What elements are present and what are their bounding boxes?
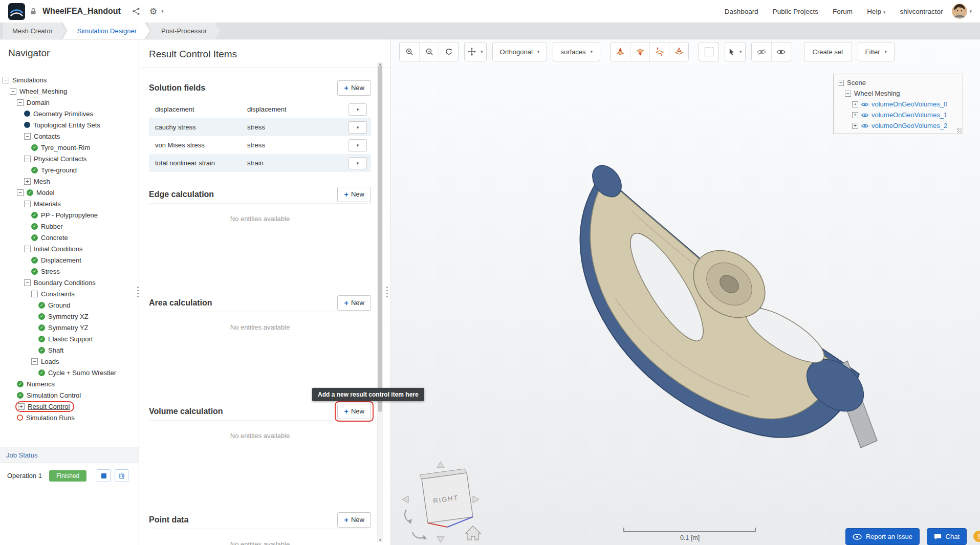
tree-item-cycle-sumo-wrestler[interactable]: ✓Cycle + Sumo Wrestler xyxy=(0,367,139,378)
tree-item-simulations[interactable]: −Simulations xyxy=(0,74,139,85)
panel-resize-grip[interactable] xyxy=(386,287,388,288)
new-volume-calculation-button[interactable]: + New xyxy=(337,404,371,419)
solution-field-row[interactable]: cauchy stressstress▾ xyxy=(149,118,371,136)
solution-field-row[interactable]: displacementdisplacement▾ xyxy=(149,100,371,118)
field-options-dropdown[interactable]: ▾ xyxy=(349,103,367,116)
clip-plane-flip-button[interactable] xyxy=(649,42,669,61)
tree-item-symmetry-yz[interactable]: ✓Symmetry YZ xyxy=(0,322,139,333)
tree-item-shaft[interactable]: ✓Shaft xyxy=(0,344,139,356)
tree-item-tyre-ground[interactable]: ✓Tyre-ground xyxy=(0,164,139,176)
expand-icon[interactable]: + xyxy=(18,403,25,410)
show-all-button[interactable] xyxy=(771,42,791,61)
tree-item-symmetry-xz[interactable]: ✓Symmetry XZ xyxy=(0,311,139,322)
chat-button[interactable]: Chat xyxy=(927,528,967,545)
tree-item-boundary-conditions[interactable]: −Boundary Conditions xyxy=(0,277,139,288)
scene-group-row[interactable]: − Wheel Meshing xyxy=(838,88,959,99)
settings-gear-button[interactable]: ⚙ ▾ xyxy=(149,6,164,17)
expand-icon[interactable]: + xyxy=(852,112,858,118)
new-point-data-button[interactable]: + New xyxy=(337,512,371,528)
select-tool-button[interactable]: ▾ xyxy=(725,42,745,61)
tree-item-materials[interactable]: −Materials xyxy=(0,198,139,209)
tree-item-pp-polypropylene[interactable]: ✓PP - Polypropylene xyxy=(0,209,139,221)
header-link-shivcontractor[interactable]: shivcontractor xyxy=(900,8,943,15)
projection-select[interactable]: Orthogonal ▾ xyxy=(493,42,547,61)
tree-item-wheel-meshing[interactable]: −Wheel_Meshing xyxy=(0,85,139,97)
field-options-dropdown[interactable]: ▾ xyxy=(349,157,367,169)
tree-item-physical-contacts[interactable]: −Physical Contacts xyxy=(0,153,139,164)
scene-root-row[interactable]: − Scene xyxy=(838,77,959,88)
account-chevron-down-icon[interactable]: ▾ xyxy=(969,9,972,14)
zoom-out-button[interactable] xyxy=(419,42,439,61)
tree-item-elastic-support[interactable]: ✓Elastic Support xyxy=(0,333,139,344)
visibility-toggle[interactable] xyxy=(861,102,868,107)
tree-item-topological-entity-sets[interactable]: Topological Entity Sets xyxy=(0,119,139,130)
pan-tool-button[interactable]: ▾ xyxy=(465,42,486,61)
tree-item-displacement[interactable]: ✓Displacement xyxy=(0,254,139,266)
new-area-calculation-button[interactable]: + New xyxy=(337,295,371,311)
create-set-button[interactable]: Create set xyxy=(804,42,852,61)
solution-field-row[interactable]: total nonlinear strainstrain▾ xyxy=(149,154,371,172)
tree-item-numerics[interactable]: ✓Numerics xyxy=(0,378,139,389)
reset-view-button[interactable] xyxy=(439,42,458,61)
scene-volume-row[interactable]: +volumeOnGeoVolumes_0 xyxy=(838,99,959,110)
tree-item-simulation-control[interactable]: ✓Simulation Control xyxy=(0,389,139,401)
avatar[interactable] xyxy=(952,4,967,19)
scene-volume-row[interactable]: +volumeOnGeoVolumes_1 xyxy=(838,110,959,120)
visibility-toggle[interactable] xyxy=(861,123,868,128)
share-icon[interactable] xyxy=(132,7,140,15)
clip-plane-up-button[interactable] xyxy=(630,42,649,61)
hide-selected-button[interactable] xyxy=(752,42,771,61)
new-edge-calculation-button[interactable]: + New xyxy=(337,187,371,202)
field-options-dropdown[interactable]: ▾ xyxy=(349,139,367,151)
stop-operation-button[interactable] xyxy=(97,469,111,482)
tree-item-ground[interactable]: ✓Ground xyxy=(0,299,139,311)
tree-item-geometry-primitives[interactable]: Geometry Primitives xyxy=(0,108,139,119)
viewport-3d[interactable]: ▾ Orthogonal ▾ surfaces ▾ xyxy=(391,39,980,545)
tree-item-loads[interactable]: −Loads xyxy=(0,356,139,367)
tree-item-tyre-mount-rim[interactable]: ✓Tyre_mount-Rim xyxy=(0,142,139,153)
collapse-icon[interactable]: − xyxy=(24,156,31,162)
tree-item-stress[interactable]: ✓Stress xyxy=(0,266,139,277)
header-link-public-projects[interactable]: Public Projects xyxy=(773,8,818,15)
clip-plane-outline-button[interactable] xyxy=(669,42,688,61)
collapse-icon[interactable]: − xyxy=(24,279,31,286)
report-issue-button[interactable]: Report an issue xyxy=(845,528,920,545)
new-solution-field-button[interactable]: + New xyxy=(337,80,371,96)
eye-icon[interactable] xyxy=(861,113,868,118)
scene-tree-panel[interactable]: − Scene − Wheel Meshing +volumeOnGeoVolu… xyxy=(833,74,963,134)
navigation-cube[interactable]: RIGHT xyxy=(401,461,491,545)
header-link-dashboard[interactable]: Dashboard xyxy=(725,8,758,15)
scene-volume-row[interactable]: +volumeOnGeoVolumes_2 xyxy=(838,120,959,131)
collapse-icon[interactable]: − xyxy=(838,80,844,86)
render-mode-select[interactable]: surfaces ▾ xyxy=(553,42,600,61)
expand-icon[interactable]: + xyxy=(24,178,31,185)
tab-post-processor[interactable]: Post-Processor xyxy=(147,23,220,39)
app-logo-icon[interactable] xyxy=(8,3,25,20)
filter-select[interactable]: Filter ▾ xyxy=(858,42,894,61)
zoom-in-button[interactable] xyxy=(400,42,419,61)
tree-item-model[interactable]: −✓Model xyxy=(0,187,139,198)
tree-item-rubber[interactable]: ✓Rubber xyxy=(0,221,139,232)
tree-item-mesh[interactable]: +Mesh xyxy=(0,176,139,187)
tree-item-result-control[interactable]: +Result Control xyxy=(0,401,139,412)
collapse-icon[interactable]: − xyxy=(17,99,24,106)
sidebar-resize-grip[interactable] xyxy=(137,287,139,288)
expand-icon[interactable]: + xyxy=(852,123,858,129)
collapse-icon[interactable]: − xyxy=(17,189,24,196)
collapse-icon[interactable]: − xyxy=(24,201,31,207)
tree-item-simulation-runs[interactable]: Simulation Runs xyxy=(0,412,139,423)
field-options-dropdown[interactable]: ▾ xyxy=(349,121,367,134)
collapse-icon[interactable]: − xyxy=(24,133,31,140)
collapse-icon[interactable]: − xyxy=(10,88,16,95)
eye-icon[interactable] xyxy=(861,102,868,107)
scroll-down-arrow-icon[interactable]: ▼ xyxy=(378,538,383,542)
resize-corner[interactable] xyxy=(957,128,962,133)
expand-icon[interactable]: + xyxy=(852,101,858,107)
header-link-forum[interactable]: Forum xyxy=(833,8,853,15)
tab-mesh-creator[interactable]: Mesh Creator xyxy=(3,23,66,39)
collapse-icon[interactable]: − xyxy=(31,358,38,365)
tree-item-initial-conditions[interactable]: −Initial Conditions xyxy=(0,243,139,254)
solution-field-row[interactable]: von Mises stressstress▾ xyxy=(149,136,371,154)
collapse-icon[interactable]: − xyxy=(3,77,9,83)
delete-operation-button[interactable] xyxy=(115,469,128,482)
